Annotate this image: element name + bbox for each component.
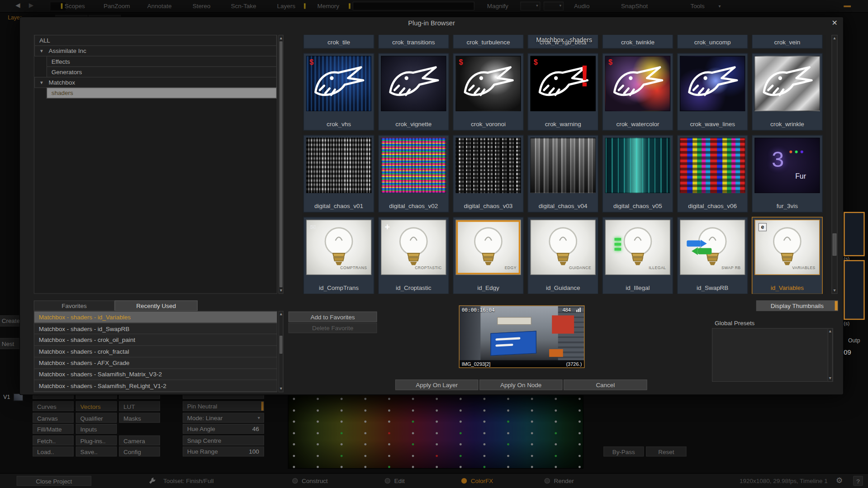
- plugin-crok-uncomp[interactable]: crok_uncomp: [677, 35, 748, 49]
- tree-item-shaders[interactable]: shaders: [47, 87, 277, 98]
- grid-scrollbar[interactable]: ▲▼: [831, 35, 837, 294]
- plugin-name: id_Variables: [752, 284, 822, 291]
- tree-item-effects[interactable]: Effects: [47, 56, 277, 67]
- plugin-thumb: [306, 138, 371, 193]
- presets-scrollbar[interactable]: ▲▼: [828, 328, 833, 382]
- scroll-up-icon[interactable]: ▲: [279, 312, 283, 317]
- scroll-down-icon[interactable]: ▼: [832, 288, 837, 293]
- plugin-digital-chaos-v02[interactable]: digital_chaos_v02: [378, 135, 449, 213]
- plugin-thumb: $: [605, 56, 670, 111]
- apply-on-node-button[interactable]: Apply On Node: [479, 379, 563, 390]
- delete-favorite-button[interactable]: Delete Favorite: [289, 322, 377, 333]
- global-presets-list[interactable]: [712, 328, 833, 382]
- thumb-caption: GUIDANCE: [569, 265, 591, 270]
- plugin-id-croptastic[interactable]: CROPTASTIC+id_Croptastic: [378, 217, 449, 294]
- plugin-crok-vignette[interactable]: crok_vignette: [378, 53, 449, 130]
- recent-item[interactable]: Matchbox - shaders - id_Variables: [34, 312, 277, 323]
- plugin-digital-chaos-v05[interactable]: digital_chaos_v05: [602, 135, 674, 213]
- plugin-thumb: [680, 56, 745, 111]
- plugin-thumb: VARIABLESe: [754, 220, 820, 275]
- thumb-caption: COMPTRANS: [340, 265, 367, 270]
- plugin-name: fur_3vis: [752, 203, 822, 209]
- plugin-crok-turbulence[interactable]: crok_turbulence: [453, 35, 524, 49]
- recent-item[interactable]: Matchbox - shaders - Salamifish_Matrix_V…: [34, 369, 277, 380]
- plugin-crok-watercolor[interactable]: $crok_watercolor: [602, 53, 674, 130]
- close-icon[interactable]: ✕: [831, 19, 837, 27]
- scroll-up-icon[interactable]: ▲: [832, 35, 837, 41]
- add-to-favorites-button[interactable]: Add to Favorites: [289, 312, 377, 322]
- exclamation-mark: !: [579, 61, 589, 91]
- scroll-down-icon[interactable]: ▼: [279, 386, 283, 392]
- recent-item[interactable]: Matchbox - shaders - crok_oil_paint: [34, 334, 277, 346]
- scrollbar-thumb[interactable]: [280, 336, 282, 354]
- plugin-crok-tile[interactable]: crok_tile: [304, 35, 375, 49]
- plugin-thumb: 3Fur: [754, 138, 820, 193]
- plugin-crok-transitions[interactable]: crok_transitions: [378, 35, 449, 49]
- global-presets-label: Global Presets: [715, 320, 754, 327]
- scroll-down-icon[interactable]: ▼: [279, 288, 283, 293]
- scroll-up-icon[interactable]: ▲: [828, 329, 832, 334]
- tab-recently-used[interactable]: Recently Used: [114, 300, 198, 311]
- recent-item[interactable]: Matchbox - shaders - id_SwapRB: [34, 323, 277, 334]
- plugin-name: crok_watercolor: [603, 121, 673, 128]
- plugin-id-swaprb[interactable]: SWAP RBid_SwapRB: [677, 217, 748, 294]
- swap-arrows-icon: [685, 239, 714, 256]
- recent-item[interactable]: Matchbox - shaders - crok_fractal: [34, 346, 277, 357]
- expander-icon[interactable]: ▼: [39, 80, 44, 85]
- scroll-up-icon[interactable]: ▲: [279, 35, 283, 41]
- clip-preview[interactable]: 00:00:16:04 484 IMG_0293[2] (3726.): [459, 305, 585, 368]
- fur-label: Fur: [795, 172, 806, 180]
- croc-logo-icon: [381, 57, 446, 111]
- recent-list-scrollbar[interactable]: ▲▼: [279, 311, 284, 393]
- plugin-digital-chaos-v01[interactable]: digital_chaos_v01: [304, 135, 375, 213]
- tree-scrollbar[interactable]: ▲▼: [279, 35, 284, 294]
- plugin-name: id_Illegal: [603, 284, 673, 291]
- decoration: [789, 151, 792, 153]
- plugin-id-variables[interactable]: VARIABLESeid_Variables: [752, 217, 823, 294]
- plugin-crok-twinkle[interactable]: crok_twinkle: [602, 35, 674, 49]
- plugin-crok-wrinkle[interactable]: crok_wrinkle: [752, 53, 823, 130]
- display-thumbnails-button[interactable]: Display Thumbnails: [756, 300, 838, 311]
- plugin-name: digital_chaos_v04: [528, 203, 598, 209]
- plugin-id-illegal[interactable]: ILLEGALid_Illegal: [602, 217, 674, 294]
- plugin-crok-wave-lines[interactable]: crok_wave_lines: [677, 53, 748, 130]
- plugin-name: digital_chaos_v02: [379, 203, 448, 209]
- plugin-digital-chaos-v04[interactable]: digital_chaos_v04: [527, 135, 598, 213]
- recent-item[interactable]: Matchbox - shaders - Salamifish_ReLight_…: [34, 380, 277, 392]
- plugin-fur-3vis[interactable]: 3Furfur_3vis: [752, 135, 823, 213]
- preview-orange-sign: [549, 349, 563, 357]
- scroll-down-icon[interactable]: ▼: [828, 376, 832, 381]
- plugin-thumb: [455, 138, 521, 193]
- scrollbar-thumb[interactable]: [280, 42, 282, 287]
- plugin-crok-vein[interactable]: crok_vein: [752, 35, 823, 49]
- plugin-crok-warning[interactable]: !$crok_warning: [527, 53, 598, 130]
- plugin-name: crok_turbulence: [453, 39, 523, 46]
- thumb-caption: EDGY: [505, 265, 517, 270]
- plugin-thumb: SWAP RB: [680, 220, 745, 275]
- decoration: [795, 151, 798, 153]
- green-bars-icon: [615, 238, 621, 253]
- croc-logo-icon: [307, 57, 371, 111]
- tree-item-matchbox[interactable]: ▼Matchbox: [34, 77, 277, 88]
- recent-item[interactable]: Matchbox - shaders - AFX_Grade: [34, 357, 277, 369]
- apply-on-layer-button[interactable]: Apply On Layer: [395, 379, 479, 390]
- plugin-id-edgy[interactable]: EDGYid_Edgy: [453, 217, 524, 294]
- plugin-thumb: CROPTASTIC+: [381, 220, 446, 275]
- plugin-id-comptrans[interactable]: COMPTRANS✉id_CompTrans: [304, 217, 375, 294]
- plugin-digital-chaos-v06[interactable]: digital_chaos_v06: [677, 135, 748, 213]
- display-thumbnails-label: Display Thumbnails: [771, 303, 824, 309]
- plugin-id-guidance[interactable]: GUIDANCEid_Guidance: [527, 217, 598, 294]
- scrollbar-thumb[interactable]: [833, 233, 837, 256]
- plugin-thumb: !$: [530, 56, 595, 111]
- plugin-thumb: [754, 56, 820, 111]
- cancel-button[interactable]: Cancel: [564, 379, 647, 390]
- plugin-crok-voronoi[interactable]: $crok_voronoi: [453, 53, 524, 130]
- tree-item-generators[interactable]: Generators: [47, 66, 277, 77]
- plugin-crok-vhs[interactable]: $crok_vhs: [304, 53, 375, 130]
- dialog-title: Plug-in Browser: [20, 19, 843, 27]
- tab-favorites[interactable]: Favorites: [34, 300, 115, 311]
- tree-item-assimilate-inc[interactable]: ▼Assimilate Inc: [34, 45, 277, 56]
- expander-icon[interactable]: ▼: [39, 48, 44, 53]
- plugin-digital-chaos-v03[interactable]: digital_chaos_v03: [453, 135, 524, 213]
- tree-item-all[interactable]: ALL: [34, 35, 277, 46]
